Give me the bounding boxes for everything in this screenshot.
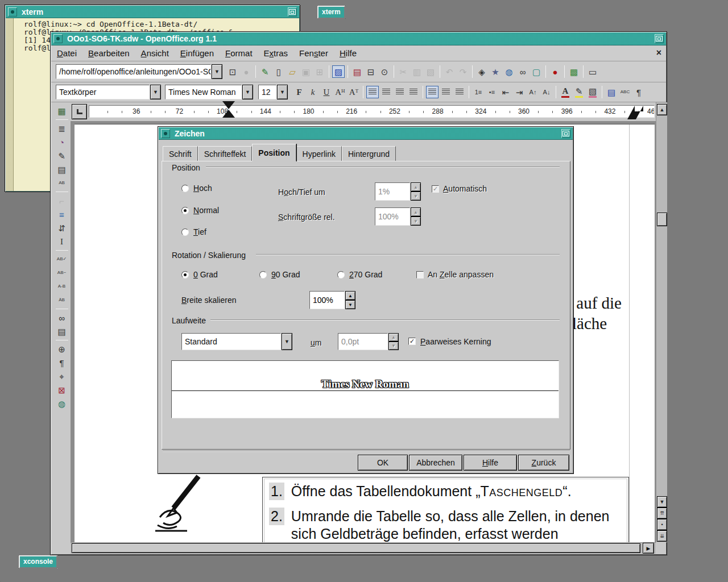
align-right-icon[interactable] [394,86,406,98]
graphics-icon[interactable]: ▤ [605,86,618,98]
paragraph-style-input[interactable]: Textkörper [56,85,150,99]
spin-down-icon[interactable]: ▼ [411,217,421,226]
draw-functions-icon[interactable]: ✎ [56,149,68,162]
url-dropdown-button[interactable]: ▼ [212,64,222,79]
radio-0-grad-label[interactable]: 0 Grad [193,270,218,279]
stylist-icon[interactable]: ★ [489,65,502,78]
decrease-indent-icon[interactable]: ⇤ [499,86,512,98]
nonprinting-characters-icon[interactable]: ¶ [56,356,68,369]
spin-up-icon[interactable]: ▲ [411,207,421,217]
align-left-icon[interactable] [366,86,379,98]
spin-down-icon[interactable]: ▼ [388,342,399,350]
relative-size-value[interactable]: 100% [375,207,410,226]
main-titlebar[interactable]: OOo1-SO6-TK.sdw - OpenOffice.org 1.1 [51,32,666,45]
insert-lines-icon[interactable]: ≡ [56,208,68,221]
load-url-icon[interactable]: ⊡ [226,65,239,78]
tab-schrift[interactable]: Schrift [163,146,198,161]
open-document-icon[interactable]: ▱ [286,65,299,78]
window-menu-button[interactable] [161,129,170,138]
copy-icon[interactable]: ▥ [411,65,423,78]
xterm-minimized-label[interactable]: xterm [317,6,345,19]
menu-fenster[interactable]: Fenster [293,47,334,60]
radio-270-grad[interactable] [337,271,345,278]
spacing-by-value[interactable]: 0,0pt [338,333,388,350]
hyphenation-icon[interactable]: A-B [56,280,68,293]
url-input[interactable]: /home/rolf/openoffice/anleitungen/OOo1-S… [56,64,211,79]
radio-normal[interactable] [181,207,189,214]
direct-cursor-icon[interactable]: ⌖ [56,370,68,383]
abbrechen-button[interactable]: Abbrechen [409,455,462,471]
navigation-button[interactable]: • [657,519,667,530]
record-macro-icon[interactable]: ● [549,65,561,78]
window-menu-button[interactable] [53,34,63,43]
online-layout-icon[interactable]: ▢ [530,65,543,78]
spin-up-icon[interactable]: ▲ [345,291,355,300]
tab-schrifteffekt[interactable]: Schrifteffekt [198,146,253,161]
thesaurus-icon[interactable]: ÄB [56,294,68,306]
scroll-down-button[interactable]: ▼ [657,496,667,508]
radio-hoch-label[interactable]: Hoch [193,184,212,193]
menu-format[interactable]: Format [220,47,258,60]
spin-down-icon[interactable]: ▼ [345,300,355,309]
spin-up-icon[interactable]: ▲ [388,333,399,342]
radio-tief[interactable] [181,228,189,236]
automatic-checkbox[interactable]: ✓ [432,185,439,193]
maximize-button[interactable] [561,129,570,138]
menu-hilfe[interactable]: Hilfe [334,47,362,60]
raise-lower-value[interactable]: 1% [375,182,410,201]
scrollbar-thumb[interactable] [657,213,667,226]
underline-icon[interactable]: U [320,86,333,98]
radio-hoch[interactable] [181,185,189,192]
radio-90-grad-label[interactable]: 90 Grad [271,270,300,279]
edit-file-icon[interactable]: ✎ [259,65,271,78]
menu-extras[interactable]: Extras [258,47,294,60]
redo-icon[interactable]: ↷ [457,65,469,78]
paragraph-icon[interactable]: ¶ [632,86,645,98]
tab-hyperlink[interactable]: Hyperlink [296,146,342,161]
align-center-icon[interactable] [380,86,392,98]
spacing-value[interactable]: Standard [181,333,281,350]
menu-ansicht[interactable]: Ansicht [135,47,175,60]
autoformat-icon[interactable]: ABC [619,86,631,98]
edit-mode-icon[interactable]: ▨ [332,65,345,78]
graphics-onoff-icon[interactable]: ⊠ [56,384,68,396]
auto-spellcheck-icon[interactable]: AB~ [56,267,68,279]
menu-einfügen[interactable]: Einfügen [175,47,220,60]
highlight-icon[interactable]: ✎ [573,86,585,98]
font-dropdown-button[interactable]: ▼ [242,85,253,99]
numbered-list-icon[interactable]: 1≡ [472,86,485,98]
radio-normal-label[interactable]: Normal [193,206,219,215]
cut-icon[interactable]: ✂ [397,65,410,78]
zur-ck-button[interactable]: Zurück [518,455,569,471]
text-frame[interactable]: 1.Öffne das Tabellendokument „Taschengel… [262,477,629,542]
horizontal-ruler[interactable]: 3672108144180216252288324360396432468 [89,105,655,118]
maximize-button[interactable] [655,34,664,43]
pair-kerning-label[interactable]: Paarweises Kerning [420,337,491,346]
radio-270-grad-label[interactable]: 270 Grad [349,270,382,279]
scroll-right-button[interactable]: ▶ [643,543,654,554]
tab-hintergrund[interactable]: Hintergrund [342,146,396,161]
italic-icon[interactable]: k [307,86,319,98]
insert-object-icon[interactable]: ◔ [56,136,68,148]
hscrollbar-thumb[interactable] [72,543,640,553]
bullet-list-icon[interactable]: •≡ [486,86,498,98]
vertical-scrollbar[interactable]: ▲ ▼ ⇈ • ⇊ [656,102,667,542]
radio-0-grad[interactable] [181,271,189,278]
radio-tief-label[interactable]: Tief [193,227,206,236]
save-all-icon[interactable]: ⊞ [313,65,326,78]
find-icon[interactable]: ∞ [56,311,68,324]
subscript-icon[interactable]: Aᵀ [348,86,360,98]
navigator-icon[interactable]: ◈ [475,65,488,78]
paste-icon[interactable]: ▧ [424,65,437,78]
character-dialog[interactable]: Zeichen SchriftSchrifteffektPositionHype… [158,126,574,474]
hilfe-button[interactable]: Hilfe [464,455,517,471]
scale-width-value[interactable]: 100% [309,291,345,309]
maximize-button[interactable] [288,7,297,16]
close-document-icon[interactable]: × [656,48,661,58]
insert-mark-icon[interactable]: ⌐ [56,194,68,207]
previous-page-button[interactable]: ⇈ [657,508,667,519]
xterm-titlebar[interactable]: xterm [6,6,299,18]
size-dropdown-button[interactable]: ▼ [277,85,288,99]
zoom-icon[interactable]: ⊕ [56,343,68,355]
next-page-button[interactable]: ⇊ [657,530,667,542]
